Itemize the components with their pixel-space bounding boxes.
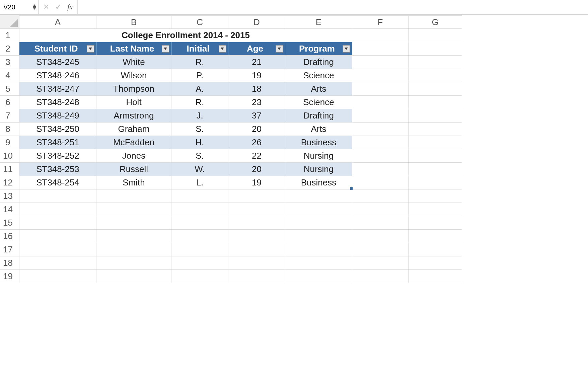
row-header[interactable]: 2 xyxy=(0,42,19,56)
cell[interactable] xyxy=(285,243,352,256)
cell[interactable] xyxy=(96,230,171,243)
table-cell[interactable]: McFadden xyxy=(96,136,171,149)
name-box[interactable]: V20 xyxy=(0,0,39,14)
cell[interactable] xyxy=(352,270,409,283)
table-cell[interactable]: Business xyxy=(285,176,352,189)
table-cell[interactable]: Smith xyxy=(96,176,171,189)
cell[interactable] xyxy=(228,216,285,230)
cell[interactable] xyxy=(171,203,228,216)
cell[interactable] xyxy=(352,56,409,69)
row-header[interactable]: 9 xyxy=(0,136,19,149)
cell[interactable] xyxy=(409,42,462,56)
cell[interactable] xyxy=(96,189,171,203)
row-header[interactable]: 10 xyxy=(0,149,19,163)
table-cell[interactable]: 26 xyxy=(228,136,285,149)
filter-dropdown-icon[interactable] xyxy=(162,45,169,53)
row-header[interactable]: 15 xyxy=(0,216,19,230)
table-cell[interactable]: Science xyxy=(285,96,352,109)
cell[interactable] xyxy=(352,29,409,42)
table-cell[interactable]: W. xyxy=(171,163,228,176)
enter-icon[interactable] xyxy=(55,3,61,11)
cell[interactable] xyxy=(409,149,462,163)
table-cell[interactable]: A. xyxy=(171,82,228,96)
cell[interactable] xyxy=(352,230,409,243)
table-cell[interactable]: Drafting xyxy=(285,109,352,123)
row-header[interactable]: 12 xyxy=(0,176,19,189)
table-cell[interactable]: ST348-251 xyxy=(19,136,96,149)
row-header[interactable]: 3 xyxy=(0,56,19,69)
table-resize-handle-icon[interactable] xyxy=(350,187,353,190)
table-cell[interactable]: Armstrong xyxy=(96,109,171,123)
table-cell[interactable]: 19 xyxy=(228,176,285,189)
table-cell[interactable]: 37 xyxy=(228,109,285,123)
filter-dropdown-icon[interactable] xyxy=(219,45,226,53)
cell[interactable] xyxy=(171,256,228,270)
row-header[interactable]: 5 xyxy=(0,82,19,96)
cell[interactable] xyxy=(352,123,409,136)
cell[interactable] xyxy=(409,189,462,203)
table-cell[interactable]: Holt xyxy=(96,96,171,109)
cell[interactable] xyxy=(19,230,96,243)
row-header[interactable]: 14 xyxy=(0,203,19,216)
table-cell[interactable]: Arts xyxy=(285,123,352,136)
table-cell[interactable]: Russell xyxy=(96,163,171,176)
cell[interactable] xyxy=(228,203,285,216)
cell[interactable] xyxy=(409,29,462,42)
cell[interactable] xyxy=(228,189,285,203)
table-cell[interactable]: S. xyxy=(171,123,228,136)
cell[interactable] xyxy=(409,82,462,96)
table-cell[interactable]: Business xyxy=(285,136,352,149)
title-cell[interactable]: College Enrollment 2014 - 2015 xyxy=(19,29,352,42)
cell[interactable] xyxy=(409,176,462,189)
table-cell[interactable]: 18 xyxy=(228,82,285,96)
table-cell[interactable]: ST348-245 xyxy=(19,56,96,69)
cell[interactable] xyxy=(409,109,462,123)
cell[interactable] xyxy=(352,69,409,82)
cell[interactable] xyxy=(409,216,462,230)
cancel-icon[interactable] xyxy=(43,3,49,11)
table-cell[interactable]: ST348-248 xyxy=(19,96,96,109)
table-cell[interactable]: Nursing xyxy=(285,149,352,163)
table-cell[interactable]: 19 xyxy=(228,69,285,82)
column-header[interactable]: F xyxy=(352,15,409,29)
cell[interactable] xyxy=(19,256,96,270)
row-header[interactable]: 16 xyxy=(0,230,19,243)
cell[interactable] xyxy=(96,256,171,270)
cell[interactable] xyxy=(96,243,171,256)
cell[interactable] xyxy=(409,256,462,270)
name-box-spinner[interactable] xyxy=(33,4,36,10)
cell[interactable] xyxy=(352,216,409,230)
table-cell[interactable]: Wilson xyxy=(96,69,171,82)
table-cell[interactable]: ST348-250 xyxy=(19,123,96,136)
row-header[interactable]: 7 xyxy=(0,109,19,123)
table-cell[interactable]: ST348-246 xyxy=(19,69,96,82)
table-cell[interactable]: L. xyxy=(171,176,228,189)
cell[interactable] xyxy=(171,243,228,256)
filter-dropdown-icon[interactable] xyxy=(87,45,94,53)
cell[interactable] xyxy=(285,270,352,283)
table-cell[interactable]: 22 xyxy=(228,149,285,163)
cell[interactable] xyxy=(352,163,409,176)
cell[interactable] xyxy=(409,123,462,136)
table-header-cell[interactable]: Last Name xyxy=(96,42,171,56)
cell[interactable] xyxy=(409,69,462,82)
cell[interactable] xyxy=(171,270,228,283)
table-cell[interactable]: P. xyxy=(171,69,228,82)
table-cell[interactable]: White xyxy=(96,56,171,69)
formula-input[interactable] xyxy=(77,0,588,14)
cell[interactable] xyxy=(96,203,171,216)
table-cell[interactable]: 21 xyxy=(228,56,285,69)
cell[interactable] xyxy=(352,243,409,256)
table-cell[interactable]: 23 xyxy=(228,96,285,109)
cell[interactable] xyxy=(352,189,409,203)
row-header[interactable]: 4 xyxy=(0,69,19,82)
column-header[interactable]: E xyxy=(285,15,352,29)
table-cell[interactable]: R. xyxy=(171,96,228,109)
spinner-up-icon[interactable] xyxy=(33,4,36,7)
table-header-cell[interactable]: Student ID xyxy=(19,42,96,56)
table-cell[interactable]: Drafting xyxy=(285,56,352,69)
cell[interactable] xyxy=(228,256,285,270)
table-cell[interactable]: 20 xyxy=(228,123,285,136)
table-cell[interactable]: Graham xyxy=(96,123,171,136)
cell[interactable] xyxy=(228,230,285,243)
